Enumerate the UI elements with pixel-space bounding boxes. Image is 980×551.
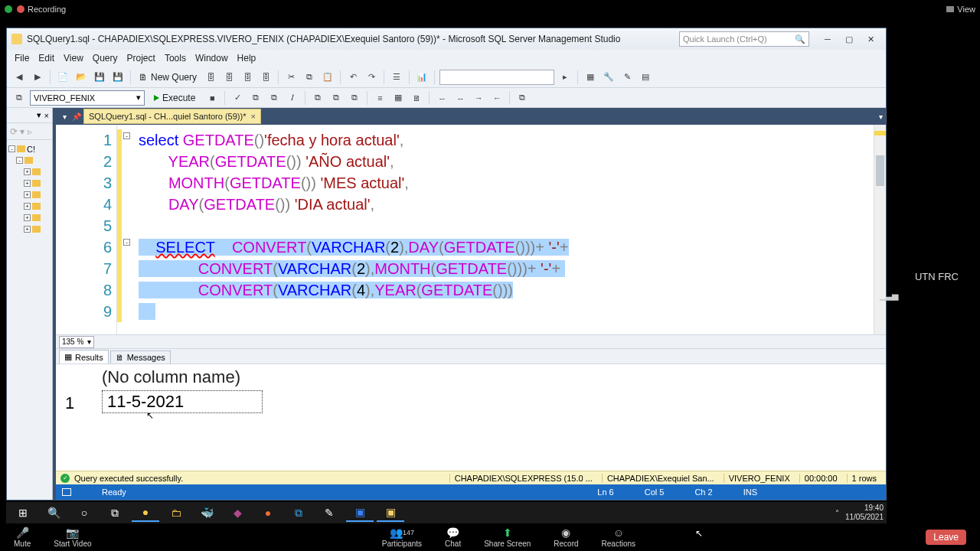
- sql-editor[interactable]: - - select GETDATE()'fecha y hora actual…: [117, 125, 874, 334]
- parse-button[interactable]: ✓: [230, 90, 245, 106]
- share-screen-button[interactable]: ⬆Share Screen: [484, 527, 531, 548]
- database-selector[interactable]: VIVERO_FENIX ▾: [30, 90, 145, 106]
- object-explorer[interactable]: ▾× ⟳ ▾ ▹ -C! - + + + + + +: [7, 108, 53, 500]
- task-view-button[interactable]: ⧉: [101, 504, 129, 522]
- undo-button[interactable]: ↶: [345, 70, 361, 85]
- new-query-button[interactable]: 🗎 New Query: [136, 72, 200, 83]
- menu-help[interactable]: Help: [237, 53, 256, 64]
- menu-view[interactable]: View: [64, 53, 83, 64]
- cancel-query-button[interactable]: ■: [204, 90, 220, 106]
- find-go-button[interactable]: ▸: [557, 70, 573, 85]
- chat-button[interactable]: 💬Chat: [445, 527, 461, 548]
- properties-button[interactable]: ☰: [389, 70, 404, 85]
- chrome-app[interactable]: ●: [132, 504, 159, 522]
- paste-button[interactable]: 📋: [320, 70, 335, 85]
- close-tab-icon[interactable]: ×: [250, 112, 255, 121]
- menu-query[interactable]: Query: [93, 53, 118, 64]
- open-button[interactable]: 📂: [74, 70, 89, 85]
- fold-toggle-1[interactable]: -: [123, 132, 130, 139]
- close-button[interactable]: ✕: [860, 31, 881, 47]
- uncomment-button[interactable]: --: [452, 90, 468, 106]
- start-button[interactable]: ⊞: [9, 504, 37, 522]
- explorer-app[interactable]: 🗀: [162, 504, 190, 522]
- tool-d-button[interactable]: ▤: [638, 70, 653, 85]
- scrollbar-thumb[interactable]: [876, 155, 884, 186]
- analysis-button[interactable]: 🗄: [221, 70, 237, 85]
- results-file-button[interactable]: 🗎: [409, 90, 424, 106]
- tool-a-button[interactable]: ▦: [583, 70, 598, 85]
- menu-window[interactable]: Window: [195, 53, 228, 64]
- start-video-button[interactable]: 📷Start Video: [54, 527, 91, 548]
- nav-back-button[interactable]: ◀: [11, 70, 27, 85]
- docker-app[interactable]: 🐳: [193, 504, 220, 522]
- menu-edit[interactable]: Edit: [38, 53, 54, 64]
- results-text-button[interactable]: ≡: [372, 90, 387, 106]
- save-button[interactable]: 💾: [92, 70, 107, 85]
- mute-button[interactable]: 🎤Mute: [14, 527, 31, 548]
- indent-button[interactable]: →: [471, 90, 486, 106]
- postman-app[interactable]: ●: [254, 504, 282, 522]
- tool-c-button[interactable]: ✎: [619, 70, 635, 85]
- cortana-button[interactable]: ○: [70, 504, 98, 522]
- zoom-app[interactable]: ▣: [346, 504, 374, 522]
- minimize-button[interactable]: ─: [817, 31, 838, 47]
- activity-monitor-button[interactable]: 📊: [414, 70, 430, 85]
- zoom-level-selector[interactable]: 135 %▾: [59, 336, 94, 348]
- pin-icon[interactable]: ▾: [59, 111, 70, 122]
- tray-chevron-icon[interactable]: ˄: [835, 509, 839, 517]
- whiteboard-app[interactable]: ✎: [315, 504, 343, 522]
- intellisense-button[interactable]: 𝐼: [285, 90, 300, 106]
- query-options-button[interactable]: ⧉: [266, 90, 282, 106]
- editor-vertical-scrollbar[interactable]: [874, 125, 886, 334]
- outdent-button[interactable]: ←: [489, 90, 505, 106]
- include-plan-button[interactable]: ⧉: [310, 90, 325, 106]
- participants-button[interactable]: 👥147Participants: [382, 527, 422, 548]
- ssms-app[interactable]: ▣: [377, 504, 404, 522]
- fold-toggle-2[interactable]: -: [123, 239, 130, 246]
- reactions-button[interactable]: ☺Reactions: [602, 527, 635, 548]
- connect-button[interactable]: ⧉: [11, 90, 27, 106]
- record-button[interactable]: ◉Record: [554, 527, 578, 548]
- document-tab[interactable]: SQLQuery1.sql - CH...quiel Santoro (59))…: [83, 109, 261, 124]
- results-grid[interactable]: (No column name) 1 11-5-2021 ↖: [56, 364, 886, 471]
- pin-2-icon[interactable]: 📌: [71, 111, 82, 122]
- search-button[interactable]: 🔍: [40, 504, 67, 522]
- menu-tools[interactable]: Tools: [165, 53, 186, 64]
- taskbar-clock[interactable]: 19:40 11/05/2021: [845, 504, 884, 522]
- estimated-plan-button[interactable]: ⧉: [248, 90, 263, 106]
- save-all-button[interactable]: 💾: [110, 70, 126, 85]
- messages-tab[interactable]: 🗎Messages: [110, 350, 171, 364]
- vscode-app[interactable]: ⧉: [285, 504, 312, 522]
- object-explorer-tree[interactable]: -C! - + + + + + +: [7, 140, 52, 500]
- comment-button[interactable]: --: [434, 90, 449, 106]
- execute-button[interactable]: Execute: [148, 93, 201, 103]
- results-tab[interactable]: ▦Results: [59, 350, 109, 364]
- close-icon[interactable]: ×: [44, 111, 49, 120]
- cut-button[interactable]: ✂: [283, 70, 299, 85]
- results-grid-button[interactable]: ▦: [390, 90, 406, 106]
- nav-fwd-button[interactable]: ▶: [30, 70, 45, 85]
- leave-button[interactable]: Leave: [926, 530, 966, 545]
- redo-button[interactable]: ↷: [364, 70, 379, 85]
- column-header-0[interactable]: (No column name): [102, 367, 240, 387]
- live-stats-button[interactable]: ⧉: [328, 90, 344, 106]
- new-item-button[interactable]: 📄: [55, 70, 70, 85]
- chevron-down-icon[interactable]: ▾: [37, 110, 41, 120]
- quick-launch-input[interactable]: Quick Launch (Ctrl+Q) 🔍: [679, 31, 809, 47]
- mdx-button[interactable]: 🗄: [240, 70, 255, 85]
- maximize-button[interactable]: ▢: [838, 31, 860, 47]
- db-engine-query-button[interactable]: 🗄: [203, 70, 218, 85]
- jetbrains-app[interactable]: ◆: [224, 504, 251, 522]
- system-tray[interactable]: ˄ 19:40 11/05/2021: [835, 504, 884, 522]
- dmx-button[interactable]: 🗄: [258, 70, 273, 85]
- copy-button[interactable]: ⧉: [302, 70, 317, 85]
- menu-file[interactable]: File: [15, 53, 29, 64]
- client-stats-button[interactable]: ⧉: [347, 90, 362, 106]
- tab-overflow-icon[interactable]: ▾: [879, 112, 883, 121]
- menu-project[interactable]: Project: [127, 53, 155, 64]
- result-cell-0-0[interactable]: 11-5-2021: [102, 390, 263, 413]
- find-input[interactable]: [439, 70, 554, 85]
- specify-values-button[interactable]: ⧉: [514, 90, 530, 106]
- zoom-view-button[interactable]: View: [946, 5, 975, 14]
- tool-b-button[interactable]: 🔧: [601, 70, 616, 85]
